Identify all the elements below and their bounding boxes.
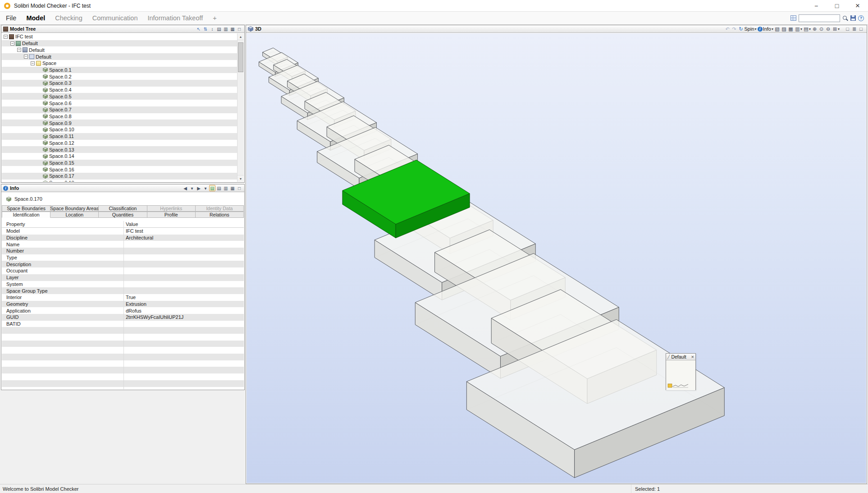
tree-row-space-0-18[interactable]: Space.0.18 bbox=[2, 180, 237, 182]
rows-wide-icon[interactable]: ▦ bbox=[229, 185, 236, 191]
property-row-layer[interactable]: Layer bbox=[2, 274, 244, 281]
float-panel-button[interactable]: □ bbox=[858, 26, 864, 32]
tree-row-space-0-17[interactable]: Space.0.17 bbox=[2, 173, 237, 180]
property-row-occupant[interactable]: Occupant bbox=[2, 267, 244, 274]
redo-button[interactable]: ↷ bbox=[731, 26, 737, 32]
zoom-window-button[interactable]: ⊞▾ bbox=[832, 26, 840, 32]
property-row-discipline[interactable]: DisciplineArchitectural bbox=[2, 235, 244, 241]
section-plane-button[interactable]: ▨ bbox=[781, 26, 787, 32]
mini-panel-close-icon[interactable]: × bbox=[691, 354, 694, 359]
history-back-icon[interactable]: ◀ bbox=[182, 185, 188, 191]
select-hierarchy-icon[interactable]: ↖ bbox=[196, 26, 202, 32]
property-row-guid[interactable]: GUID2trrKHSWyFcaIUhliUP21J bbox=[2, 314, 244, 321]
sort-icon[interactable]: ↕ bbox=[209, 26, 215, 32]
hide-selected-button[interactable]: ▥▾ bbox=[795, 26, 802, 32]
float-panel-icon[interactable]: □ bbox=[236, 26, 242, 32]
tree-row-space-0-2[interactable]: Space.0.2 bbox=[2, 73, 237, 80]
zoom-extents-button[interactable]: ⊙ bbox=[818, 26, 824, 32]
property-row-interior[interactable]: InteriorTrue bbox=[2, 294, 244, 301]
property-row-geometry[interactable]: GeometryExtrusion bbox=[2, 301, 244, 308]
expand-toggle-icon[interactable]: − bbox=[31, 61, 35, 65]
close-button[interactable]: × bbox=[847, 0, 868, 11]
property-row-space-group-type[interactable]: Space Group Type bbox=[2, 287, 244, 294]
tab-classification[interactable]: Classification bbox=[99, 205, 147, 212]
tree-row-space-0-7[interactable]: Space.0.7 bbox=[2, 106, 237, 113]
rows-compact-icon[interactable]: ▤ bbox=[216, 185, 222, 191]
history-forward-dropdown-icon[interactable]: ▾ bbox=[202, 185, 209, 191]
property-row-system[interactable]: System bbox=[2, 281, 244, 288]
tree-row-default[interactable]: −Default bbox=[2, 53, 237, 60]
property-row-description[interactable]: Description bbox=[2, 261, 244, 267]
tree-row-space-0-11[interactable]: Space.0.11 bbox=[2, 133, 237, 140]
tree-row-default[interactable]: −Default bbox=[2, 40, 237, 47]
menu-add-tab[interactable]: + bbox=[208, 14, 221, 22]
tab-profile[interactable]: Profile bbox=[147, 212, 196, 218]
tab-location[interactable]: Location bbox=[50, 212, 99, 218]
scrollbar-thumb[interactable] bbox=[238, 42, 243, 72]
model-tree-scrollbar[interactable]: ▲ ▼ bbox=[237, 33, 244, 182]
expand-toggle-icon[interactable]: − bbox=[10, 41, 14, 46]
undo-button[interactable]: ↶ bbox=[725, 26, 731, 32]
expand-toggle-icon[interactable]: − bbox=[24, 55, 28, 59]
tab-identification[interactable]: Identification bbox=[2, 212, 50, 218]
expand-toggle-icon[interactable]: − bbox=[17, 48, 21, 52]
tree-row-space-0-13[interactable]: Space.0.13 bbox=[2, 146, 237, 153]
walkthrough-button[interactable]: ▧ bbox=[774, 26, 780, 32]
tree-row-space-0-4[interactable]: Space.0.4 bbox=[2, 87, 237, 93]
history-forward-icon[interactable]: ▶ bbox=[196, 185, 202, 191]
viewport-3d-canvas[interactable]: ╱ Default × bbox=[247, 33, 866, 483]
tab-quantities[interactable]: Quantities bbox=[99, 212, 147, 218]
section-box-button[interactable]: ▦ bbox=[788, 26, 794, 32]
property-row-model[interactable]: ModelIFC test bbox=[2, 228, 244, 235]
zoom-out-button[interactable]: ⊖ bbox=[825, 26, 831, 32]
float-panel-icon[interactable]: □ bbox=[236, 185, 242, 191]
tab-relations[interactable]: Relations bbox=[196, 212, 244, 218]
transparency-button[interactable]: ▤▾ bbox=[803, 26, 811, 32]
tree-row-space-0-14[interactable]: Space.0.14 bbox=[2, 153, 237, 160]
help-icon[interactable]: ? bbox=[858, 15, 864, 21]
new-view-button[interactable]: □ bbox=[845, 26, 850, 32]
history-back-dropdown-icon[interactable]: ▾ bbox=[189, 185, 195, 191]
property-row-type[interactable]: Type bbox=[2, 254, 244, 261]
rows-medium-icon[interactable]: ▥ bbox=[223, 185, 229, 191]
spin-button[interactable]: ↻Spin▾ bbox=[738, 26, 757, 32]
mini-panel-body[interactable] bbox=[666, 360, 695, 390]
tree-row-default[interactable]: −Default bbox=[2, 46, 237, 53]
column-divider[interactable] bbox=[123, 221, 124, 389]
auto-update-toggle-icon[interactable]: ▤ bbox=[209, 185, 215, 191]
rows-wide-icon[interactable]: ▦ bbox=[229, 26, 236, 32]
tree-row-space[interactable]: −Space bbox=[2, 60, 237, 67]
tree-row-space-0-15[interactable]: Space.0.15 bbox=[2, 160, 237, 166]
tree-row-space-0-16[interactable]: Space.0.16 bbox=[2, 166, 237, 173]
scroll-up-icon[interactable]: ▲ bbox=[238, 33, 244, 40]
search-input[interactable] bbox=[799, 14, 840, 22]
tree-row-space-0-5[interactable]: Space.0.5 bbox=[2, 93, 237, 100]
menu-model[interactable]: Model bbox=[21, 14, 50, 22]
pin-icon[interactable]: ╱ bbox=[667, 355, 670, 359]
rows-medium-icon[interactable]: ▥ bbox=[223, 26, 229, 32]
sync-selection-icon[interactable]: ⇅ bbox=[202, 26, 209, 32]
menu-communication[interactable]: Communication bbox=[87, 14, 143, 22]
property-row-batid[interactable]: BATID bbox=[2, 321, 244, 327]
tab-space-boundary-areas[interactable]: Space Boundary Areas bbox=[50, 205, 99, 212]
tree-row-space-0-9[interactable]: Space.0.9 bbox=[2, 120, 237, 126]
rows-compact-icon[interactable]: ▤ bbox=[216, 26, 222, 32]
layers-button[interactable]: ≣ bbox=[851, 26, 857, 32]
tree-row-space-0-3[interactable]: Space.0.3 bbox=[2, 80, 237, 87]
info-mode-button[interactable]: iInfo▾ bbox=[758, 26, 773, 32]
tree-row-ifc-test[interactable]: −IFC test bbox=[2, 33, 237, 40]
expand-toggle-icon[interactable]: − bbox=[4, 35, 8, 39]
property-row-number[interactable]: Number bbox=[2, 248, 244, 254]
property-row-name[interactable]: Name bbox=[2, 241, 244, 248]
save-icon[interactable] bbox=[850, 15, 856, 21]
maximize-button[interactable]: □ bbox=[827, 0, 847, 11]
tree-row-space-0-12[interactable]: Space.0.12 bbox=[2, 140, 237, 147]
layout-grid-icon[interactable] bbox=[790, 15, 796, 21]
tree-row-space-0-6[interactable]: Space.0.6 bbox=[2, 100, 237, 106]
find-icon[interactable] bbox=[842, 15, 848, 21]
property-row-application[interactable]: ApplicationdRofus bbox=[2, 307, 244, 314]
scroll-down-icon[interactable]: ▼ bbox=[238, 175, 244, 182]
tree-row-space-0-10[interactable]: Space.0.10 bbox=[2, 126, 237, 133]
menu-file[interactable]: File bbox=[1, 14, 21, 22]
minimize-button[interactable]: − bbox=[806, 0, 827, 11]
